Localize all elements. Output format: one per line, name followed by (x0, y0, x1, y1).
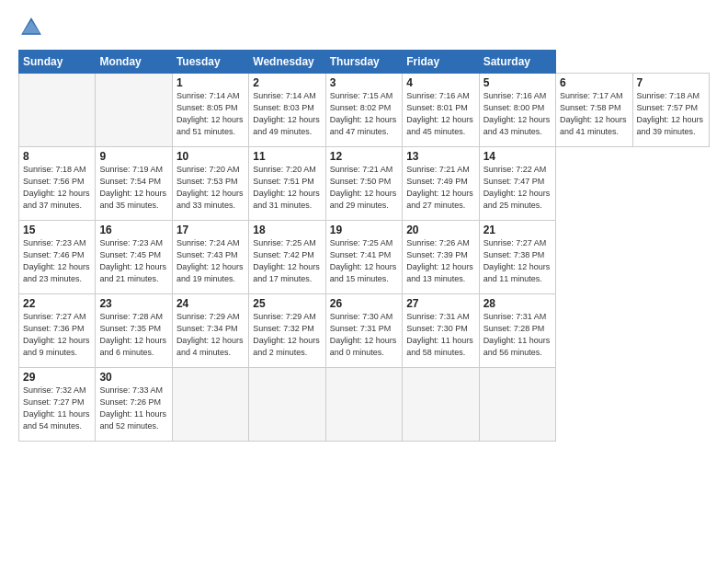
day-info: Sunrise: 7:29 AMSunset: 7:34 PMDaylight:… (176, 311, 245, 359)
day-info: Sunrise: 7:21 AMSunset: 7:49 PMDaylight:… (406, 164, 474, 212)
weekday-header: Saturday (479, 51, 555, 74)
weekday-header: Monday (96, 51, 172, 74)
logo-icon (18, 15, 44, 40)
day-number: 4 (406, 76, 474, 89)
day-number: 21 (483, 224, 552, 236)
day-info: Sunrise: 7:14 AMSunset: 8:05 PMDaylight:… (176, 90, 245, 138)
day-info: Sunrise: 7:16 AMSunset: 8:00 PMDaylight:… (483, 90, 552, 138)
day-number: 9 (99, 150, 167, 163)
day-number: 12 (330, 150, 398, 163)
day-number: 29 (23, 371, 91, 384)
day-info: Sunrise: 7:28 AMSunset: 7:35 PMDaylight:… (99, 311, 167, 359)
day-info: Sunrise: 7:25 AMSunset: 7:41 PMDaylight:… (330, 237, 398, 285)
calendar-week-row: 8 Sunrise: 7:18 AMSunset: 7:56 PMDayligh… (19, 147, 710, 221)
day-number: 23 (99, 297, 167, 310)
calendar-cell (96, 74, 172, 147)
calendar-cell: 23 Sunrise: 7:28 AMSunset: 7:35 PMDaylig… (96, 294, 172, 368)
day-info: Sunrise: 7:31 AMSunset: 7:30 PMDaylight:… (406, 311, 474, 359)
calendar-body: 1 Sunrise: 7:14 AMSunset: 8:05 PMDayligh… (19, 74, 710, 442)
day-info: Sunrise: 7:32 AMSunset: 7:27 PMDaylight:… (23, 385, 91, 432)
calendar-header-row: SundayMondayTuesdayWednesdayThursdayFrid… (19, 51, 710, 74)
calendar-cell: 9 Sunrise: 7:19 AMSunset: 7:54 PMDayligh… (96, 147, 172, 221)
calendar-cell: 14 Sunrise: 7:22 AMSunset: 7:47 PMDaylig… (479, 147, 555, 221)
calendar-cell: 3 Sunrise: 7:15 AMSunset: 8:02 PMDayligh… (325, 74, 402, 147)
calendar-cell: 29 Sunrise: 7:32 AMSunset: 7:27 PMDaylig… (19, 368, 96, 442)
day-info: Sunrise: 7:21 AMSunset: 7:50 PMDaylight:… (330, 164, 398, 212)
calendar-cell: 5 Sunrise: 7:16 AMSunset: 8:00 PMDayligh… (479, 74, 555, 147)
calendar-week-row: 29 Sunrise: 7:32 AMSunset: 7:27 PMDaylig… (19, 368, 710, 442)
day-number: 5 (483, 76, 552, 89)
day-number: 11 (253, 150, 321, 163)
day-number: 26 (330, 297, 398, 310)
calendar-cell: 2 Sunrise: 7:14 AMSunset: 8:03 PMDayligh… (249, 74, 325, 147)
weekday-header: Wednesday (249, 51, 325, 74)
day-info: Sunrise: 7:26 AMSunset: 7:39 PMDaylight:… (406, 237, 474, 285)
calendar-cell: 24 Sunrise: 7:29 AMSunset: 7:34 PMDaylig… (172, 294, 248, 368)
day-info: Sunrise: 7:18 AMSunset: 7:57 PMDaylight:… (637, 90, 706, 138)
calendar-cell (325, 368, 402, 442)
day-info: Sunrise: 7:27 AMSunset: 7:36 PMDaylight:… (23, 311, 91, 359)
calendar-cell: 25 Sunrise: 7:29 AMSunset: 7:32 PMDaylig… (249, 294, 325, 368)
calendar-cell: 17 Sunrise: 7:24 AMSunset: 7:43 PMDaylig… (172, 221, 248, 294)
day-number: 3 (330, 76, 398, 89)
weekday-header: Tuesday (172, 51, 248, 74)
day-number: 7 (637, 76, 706, 89)
calendar-cell: 20 Sunrise: 7:26 AMSunset: 7:39 PMDaylig… (403, 221, 479, 294)
day-number: 6 (560, 76, 628, 89)
calendar-cell: 16 Sunrise: 7:23 AMSunset: 7:45 PMDaylig… (96, 221, 172, 294)
day-info: Sunrise: 7:18 AMSunset: 7:56 PMDaylight:… (23, 164, 91, 212)
calendar-cell: 18 Sunrise: 7:25 AMSunset: 7:42 PMDaylig… (249, 221, 325, 294)
day-info: Sunrise: 7:23 AMSunset: 7:45 PMDaylight:… (99, 237, 167, 285)
header (18, 15, 710, 40)
calendar-cell: 30 Sunrise: 7:33 AMSunset: 7:26 PMDaylig… (96, 368, 172, 442)
calendar-cell: 28 Sunrise: 7:31 AMSunset: 7:28 PMDaylig… (479, 294, 555, 368)
day-number: 17 (176, 224, 245, 236)
day-info: Sunrise: 7:16 AMSunset: 8:01 PMDaylight:… (406, 90, 474, 138)
calendar-table: SundayMondayTuesdayWednesdayThursdayFrid… (18, 50, 710, 442)
day-number: 2 (253, 76, 321, 89)
calendar-cell: 21 Sunrise: 7:27 AMSunset: 7:38 PMDaylig… (479, 221, 555, 294)
day-info: Sunrise: 7:22 AMSunset: 7:47 PMDaylight:… (483, 164, 552, 212)
calendar-cell (249, 368, 325, 442)
day-number: 15 (23, 224, 91, 236)
day-number: 24 (176, 297, 245, 310)
day-number: 27 (406, 297, 474, 310)
calendar-week-row: 15 Sunrise: 7:23 AMSunset: 7:46 PMDaylig… (19, 221, 710, 294)
day-info: Sunrise: 7:27 AMSunset: 7:38 PMDaylight:… (483, 237, 552, 285)
calendar-cell: 1 Sunrise: 7:14 AMSunset: 8:05 PMDayligh… (172, 74, 248, 147)
calendar-week-row: 22 Sunrise: 7:27 AMSunset: 7:36 PMDaylig… (19, 294, 710, 368)
day-info: Sunrise: 7:20 AMSunset: 7:53 PMDaylight:… (176, 164, 245, 212)
day-info: Sunrise: 7:20 AMSunset: 7:51 PMDaylight:… (253, 164, 321, 212)
calendar-cell: 8 Sunrise: 7:18 AMSunset: 7:56 PMDayligh… (19, 147, 96, 221)
day-number: 8 (23, 150, 91, 163)
day-info: Sunrise: 7:14 AMSunset: 8:03 PMDaylight:… (253, 90, 321, 138)
calendar-cell: 12 Sunrise: 7:21 AMSunset: 7:50 PMDaylig… (325, 147, 402, 221)
calendar-cell: 7 Sunrise: 7:18 AMSunset: 7:57 PMDayligh… (632, 74, 710, 147)
calendar-cell: 4 Sunrise: 7:16 AMSunset: 8:01 PMDayligh… (403, 74, 479, 147)
calendar-cell (19, 74, 96, 147)
calendar-cell: 10 Sunrise: 7:20 AMSunset: 7:53 PMDaylig… (172, 147, 248, 221)
calendar-cell: 27 Sunrise: 7:31 AMSunset: 7:30 PMDaylig… (403, 294, 479, 368)
day-number: 18 (253, 224, 321, 236)
day-info: Sunrise: 7:33 AMSunset: 7:26 PMDaylight:… (99, 385, 167, 432)
day-number: 28 (483, 297, 552, 310)
calendar-cell: 26 Sunrise: 7:30 AMSunset: 7:31 PMDaylig… (325, 294, 402, 368)
calendar-week-row: 1 Sunrise: 7:14 AMSunset: 8:05 PMDayligh… (19, 74, 710, 147)
page: SundayMondayTuesdayWednesdayThursdayFrid… (0, 0, 728, 563)
day-info: Sunrise: 7:24 AMSunset: 7:43 PMDaylight:… (176, 237, 245, 285)
calendar-cell: 22 Sunrise: 7:27 AMSunset: 7:36 PMDaylig… (19, 294, 96, 368)
svg-marker-1 (23, 20, 40, 33)
day-number: 25 (253, 297, 321, 310)
weekday-header: Sunday (19, 51, 96, 74)
day-number: 14 (483, 150, 552, 163)
calendar-cell (403, 368, 479, 442)
day-number: 10 (176, 150, 245, 163)
day-number: 13 (406, 150, 474, 163)
day-info: Sunrise: 7:25 AMSunset: 7:42 PMDaylight:… (253, 237, 321, 285)
weekday-header: Friday (403, 51, 479, 74)
day-number: 16 (99, 224, 167, 236)
calendar-cell: 13 Sunrise: 7:21 AMSunset: 7:49 PMDaylig… (403, 147, 479, 221)
day-info: Sunrise: 7:31 AMSunset: 7:28 PMDaylight:… (483, 311, 552, 359)
calendar-cell (172, 368, 248, 442)
day-number: 20 (406, 224, 474, 236)
